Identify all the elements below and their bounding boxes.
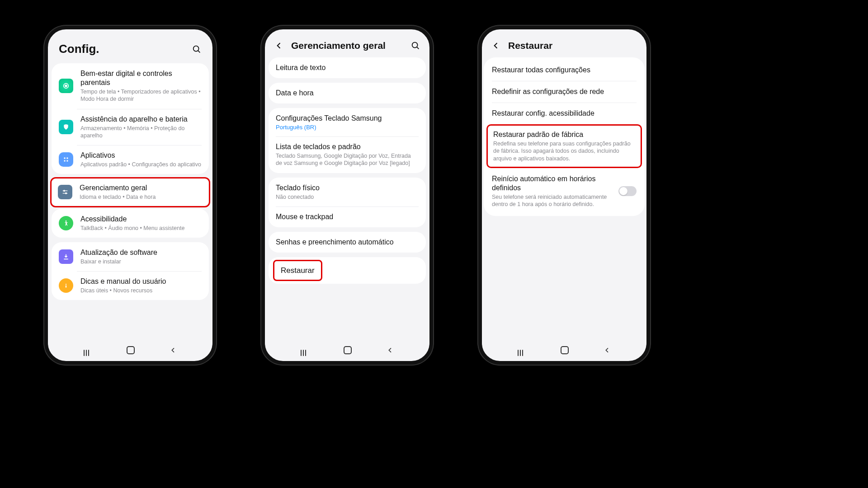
device-care-icon xyxy=(59,120,73,134)
svg-line-1 xyxy=(198,51,200,52)
item-mouse-trackpad[interactable]: Mouse e trackpad xyxy=(269,206,426,227)
item-subtitle: Dicas úteis • Novos recursos xyxy=(80,287,202,294)
header: Restaurar xyxy=(482,29,646,57)
item-subtitle: Teclado Samsung, Google Digitação por Vo… xyxy=(276,152,419,167)
page-title: Gerenciamento geral xyxy=(291,40,403,51)
item-subtitle: Idioma e teclado • Data e hora xyxy=(80,193,203,201)
item-text-to-speech[interactable]: Leitura de texto xyxy=(269,57,426,78)
item-auto-restart[interactable]: Reinício automático em horários definido… xyxy=(484,168,645,215)
settings-item-accessibility[interactable]: Acessibilidade TalkBack • Áudio mono • M… xyxy=(52,209,209,238)
svg-point-12 xyxy=(66,221,67,222)
item-subtitle: Aplicativos padrão • Configurações do ap… xyxy=(80,161,202,168)
item-title: Reinício automático em horários definido… xyxy=(492,174,612,192)
item-subtitle: Baixar e instalar xyxy=(80,258,202,265)
svg-point-10 xyxy=(64,190,65,192)
software-update-icon xyxy=(59,249,73,264)
nav-back[interactable] xyxy=(170,347,177,354)
item-title: Redefinir as configurações de rede xyxy=(492,87,637,96)
item-title: Configurações Teclado Samsung xyxy=(276,114,419,123)
svg-point-15 xyxy=(412,42,418,48)
nav-home[interactable] xyxy=(561,346,569,354)
general-management-list: Leitura de texto Data e hora Configuraçõ… xyxy=(265,57,429,342)
header: Gerenciamento geral xyxy=(265,29,429,57)
item-reset-accessibility[interactable]: Restaurar config. acessibilidade xyxy=(484,103,645,124)
item-title: Restaurar config. acessibilidade xyxy=(492,109,637,118)
search-icon[interactable] xyxy=(192,44,202,54)
item-title: Restaurar todas configurações xyxy=(492,66,637,75)
item-title: Gerenciamento geral xyxy=(80,183,203,192)
item-subtitle: Não conectado xyxy=(276,193,419,201)
item-title: Mouse e trackpad xyxy=(276,212,333,221)
item-title: Bem-estar digital e controles parentais xyxy=(80,69,202,87)
highlight-reset: Restaurar xyxy=(273,260,322,281)
nav-recents[interactable] xyxy=(84,350,92,351)
highlight-general-management: Gerenciamento geral Idioma e teclado • D… xyxy=(50,177,210,207)
reset-list: Restaurar todas configurações Redefinir … xyxy=(482,57,646,342)
apps-icon xyxy=(59,152,73,167)
search-icon[interactable] xyxy=(410,41,420,51)
auto-restart-toggle[interactable] xyxy=(618,186,637,196)
back-icon[interactable] xyxy=(274,41,284,51)
item-physical-keyboard[interactable]: Teclado físico Não conectado xyxy=(269,178,426,206)
page-title: Config. xyxy=(59,42,184,56)
settings-item-apps[interactable]: Aplicativos Aplicativos padrão • Configu… xyxy=(52,145,209,174)
settings-item-digital-wellbeing[interactable]: Bem-estar digital e controles parentais … xyxy=(52,63,209,109)
item-title: Acessibilidade xyxy=(80,215,202,224)
item-title: Senhas e preenchimento automático xyxy=(276,238,394,247)
svg-point-3 xyxy=(65,85,67,87)
svg-point-13 xyxy=(66,284,66,285)
svg-point-6 xyxy=(64,160,66,162)
android-navbar xyxy=(48,342,212,361)
item-keyboard-list[interactable]: Lista de teclados e padrão Teclado Samsu… xyxy=(269,136,426,173)
wellbeing-icon xyxy=(59,79,73,93)
nav-home[interactable] xyxy=(127,346,135,354)
item-reset-all-settings[interactable]: Restaurar todas configurações xyxy=(484,59,645,81)
settings-list: Bem-estar digital e controles parentais … xyxy=(48,63,212,342)
nav-recents[interactable] xyxy=(301,350,309,351)
nav-back[interactable] xyxy=(387,347,394,354)
nav-back[interactable] xyxy=(604,347,611,354)
phone-1: Config. Bem-estar digital e controles pa… xyxy=(44,26,216,365)
item-reset[interactable]: Restaurar xyxy=(281,266,315,275)
item-title: Assistência do aparelho e bateria xyxy=(80,115,202,124)
settings-item-general-management[interactable]: Gerenciamento geral Idioma e teclado • D… xyxy=(52,178,209,206)
item-date-time[interactable]: Data e hora xyxy=(269,83,426,103)
item-title: Aplicativos xyxy=(80,151,202,160)
svg-point-11 xyxy=(66,193,67,194)
svg-point-4 xyxy=(64,157,66,159)
item-title: Leitura de texto xyxy=(276,63,326,72)
android-navbar xyxy=(265,342,429,361)
item-title: Data e hora xyxy=(276,89,314,98)
highlight-factory-reset: Restaurar padrão de fábrica Redefina seu… xyxy=(486,124,642,168)
tips-icon xyxy=(59,278,73,293)
item-subtitle: Armazenamento • Memória • Proteção do ap… xyxy=(80,125,202,140)
item-title: Restaurar padrão de fábrica xyxy=(493,130,635,139)
phone-3: Restaurar Restaurar todas configurações … xyxy=(478,26,650,365)
phone-2: Gerenciamento geral Leitura de texto Dat… xyxy=(261,26,433,365)
nav-recents[interactable] xyxy=(518,350,526,351)
item-reset-network[interactable]: Redefinir as configurações de rede xyxy=(484,81,645,103)
settings-item-tips[interactable]: Dicas e manual do usuário Dicas úteis • … xyxy=(52,271,209,300)
item-factory-reset[interactable]: Restaurar padrão de fábrica Redefina seu… xyxy=(493,130,635,162)
item-subtitle: TalkBack • Áudio mono • Menu assistente xyxy=(80,225,202,232)
header: Config. xyxy=(48,29,212,63)
item-title: Teclado físico xyxy=(276,183,419,192)
general-management-icon xyxy=(58,185,72,199)
item-subtitle: Seu telefone será reiniciado automaticam… xyxy=(492,193,612,208)
accessibility-icon xyxy=(59,216,73,230)
settings-item-device-care[interactable]: Assistência do aparelho e bateria Armaze… xyxy=(52,109,209,145)
item-title: Lista de teclados e padrão xyxy=(276,142,419,151)
nav-home[interactable] xyxy=(344,346,352,354)
item-subtitle: Redefina seu telefone para suas configur… xyxy=(493,140,635,162)
item-title: Dicas e manual do usuário xyxy=(80,277,202,286)
item-samsung-keyboard[interactable]: Configurações Teclado Samsung Português … xyxy=(269,108,426,136)
back-icon[interactable] xyxy=(491,41,501,51)
item-title: Atualização de software xyxy=(80,248,202,257)
settings-item-software-update[interactable]: Atualização de software Baixar e instala… xyxy=(52,242,209,271)
svg-point-5 xyxy=(66,157,68,159)
svg-rect-14 xyxy=(66,286,66,288)
item-passwords-autofill[interactable]: Senhas e preenchimento automático xyxy=(269,232,426,253)
item-subtitle: Tempo de tela • Temporizadores de aplica… xyxy=(80,88,202,103)
svg-point-0 xyxy=(193,46,199,51)
android-navbar xyxy=(482,342,646,361)
